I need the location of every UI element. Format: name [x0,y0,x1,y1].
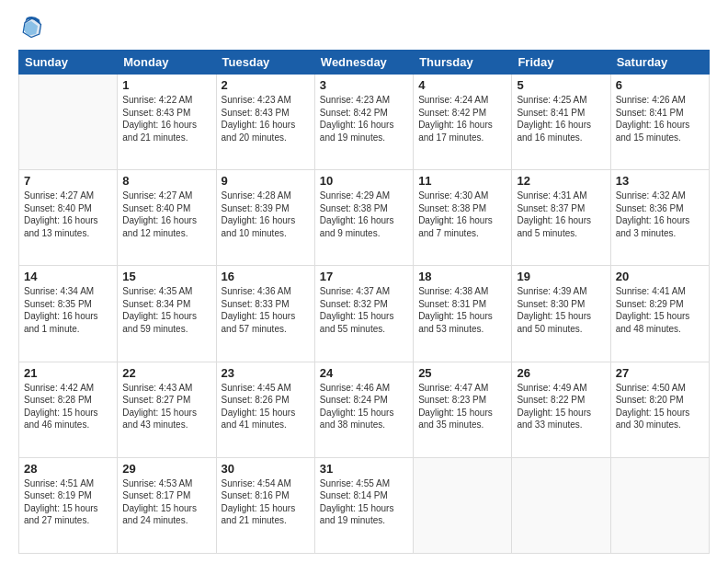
calendar-cell: 23Sunrise: 4:45 AM Sunset: 8:26 PM Dayli… [216,362,314,457]
day-info: Sunrise: 4:54 AM Sunset: 8:16 PM Dayligh… [222,477,310,527]
day-info: Sunrise: 4:27 AM Sunset: 8:40 PM Dayligh… [24,190,112,239]
day-info: Sunrise: 4:46 AM Sunset: 8:24 PM Dayligh… [320,382,408,431]
day-info: Sunrise: 4:34 AM Sunset: 8:35 PM Dayligh… [24,285,112,335]
day-info: Sunrise: 4:37 AM Sunset: 8:32 PM Dayligh… [320,285,408,335]
calendar-cell: 17Sunrise: 4:37 AM Sunset: 8:32 PM Dayli… [314,266,413,362]
calendar-cell: 31Sunrise: 4:55 AM Sunset: 8:14 PM Dayli… [314,457,413,553]
day-info: Sunrise: 4:23 AM Sunset: 8:43 PM Dayligh… [222,94,310,144]
day-info: Sunrise: 4:39 AM Sunset: 8:30 PM Dayligh… [517,285,605,335]
day-number: 2 [222,78,310,92]
logo-icon [18,15,44,40]
day-info: Sunrise: 4:30 AM Sunset: 8:38 PM Dayligh… [418,190,506,239]
calendar-cell: 14Sunrise: 4:34 AM Sunset: 8:35 PM Dayli… [19,266,118,362]
day-number: 10 [320,174,408,188]
calendar-cell: 29Sunrise: 4:53 AM Sunset: 8:17 PM Dayli… [118,457,216,553]
day-info: Sunrise: 4:47 AM Sunset: 8:23 PM Dayligh… [418,382,506,431]
day-number: 9 [222,174,310,188]
calendar-cell [19,75,118,170]
calendar-cell: 27Sunrise: 4:50 AM Sunset: 8:20 PM Dayli… [610,362,709,457]
day-info: Sunrise: 4:45 AM Sunset: 8:26 PM Dayligh… [222,382,310,431]
calendar-cell: 6Sunrise: 4:26 AM Sunset: 8:41 PM Daylig… [610,75,709,170]
calendar-cell: 7Sunrise: 4:27 AM Sunset: 8:40 PM Daylig… [19,170,118,266]
calendar-cell: 26Sunrise: 4:49 AM Sunset: 8:22 PM Dayli… [512,362,610,457]
calendar-header-friday: Friday [512,51,610,75]
day-number: 15 [122,270,210,283]
day-info: Sunrise: 4:22 AM Sunset: 8:43 PM Dayligh… [122,94,210,144]
day-number: 22 [122,366,210,380]
calendar-cell: 5Sunrise: 4:25 AM Sunset: 8:41 PM Daylig… [512,75,610,170]
day-number: 3 [320,78,408,92]
calendar-cell: 3Sunrise: 4:23 AM Sunset: 8:42 PM Daylig… [314,75,413,170]
day-number: 24 [320,366,408,380]
day-number: 28 [24,462,112,476]
day-info: Sunrise: 4:55 AM Sunset: 8:14 PM Dayligh… [320,477,408,527]
calendar-cell: 9Sunrise: 4:28 AM Sunset: 8:39 PM Daylig… [216,170,314,266]
calendar-cell: 4Sunrise: 4:24 AM Sunset: 8:42 PM Daylig… [414,75,512,170]
day-number: 30 [222,462,310,476]
calendar-header-saturday: Saturday [610,51,709,75]
day-number: 5 [517,78,605,92]
day-info: Sunrise: 4:25 AM Sunset: 8:41 PM Dayligh… [517,94,605,144]
calendar-cell: 8Sunrise: 4:27 AM Sunset: 8:40 PM Daylig… [118,170,216,266]
calendar-cell: 2Sunrise: 4:23 AM Sunset: 8:43 PM Daylig… [216,75,314,170]
calendar-cell: 24Sunrise: 4:46 AM Sunset: 8:24 PM Dayli… [314,362,413,457]
day-number: 26 [517,366,605,380]
calendar-cell: 25Sunrise: 4:47 AM Sunset: 8:23 PM Dayli… [414,362,512,457]
week-row-1: 7Sunrise: 4:27 AM Sunset: 8:40 PM Daylig… [19,170,710,266]
day-info: Sunrise: 4:36 AM Sunset: 8:33 PM Dayligh… [222,285,310,335]
calendar-cell: 19Sunrise: 4:39 AM Sunset: 8:30 PM Dayli… [512,266,610,362]
day-info: Sunrise: 4:35 AM Sunset: 8:34 PM Dayligh… [122,285,210,335]
day-number: 25 [418,366,506,380]
calendar-cell: 13Sunrise: 4:32 AM Sunset: 8:36 PM Dayli… [610,170,709,266]
calendar-cell [512,457,610,553]
day-number: 4 [418,78,506,92]
calendar-header-thursday: Thursday [414,51,512,75]
day-info: Sunrise: 4:24 AM Sunset: 8:42 PM Dayligh… [418,94,506,144]
day-info: Sunrise: 4:51 AM Sunset: 8:19 PM Dayligh… [24,477,112,527]
logo [18,15,48,40]
day-info: Sunrise: 4:50 AM Sunset: 8:20 PM Dayligh… [616,382,704,431]
calendar-cell: 28Sunrise: 4:51 AM Sunset: 8:19 PM Dayli… [19,457,118,553]
calendar-header-tuesday: Tuesday [216,51,314,75]
week-row-4: 28Sunrise: 4:51 AM Sunset: 8:19 PM Dayli… [19,457,710,553]
day-info: Sunrise: 4:41 AM Sunset: 8:29 PM Dayligh… [616,285,704,335]
calendar-cell: 20Sunrise: 4:41 AM Sunset: 8:29 PM Dayli… [610,266,709,362]
calendar-cell: 10Sunrise: 4:29 AM Sunset: 8:38 PM Dayli… [314,170,413,266]
day-number: 17 [320,270,408,283]
day-info: Sunrise: 4:53 AM Sunset: 8:17 PM Dayligh… [122,477,210,527]
day-info: Sunrise: 4:38 AM Sunset: 8:31 PM Dayligh… [418,285,506,335]
calendar-cell: 18Sunrise: 4:38 AM Sunset: 8:31 PM Dayli… [414,266,512,362]
calendar-table: SundayMondayTuesdayWednesdayThursdayFrid… [18,50,710,554]
page: SundayMondayTuesdayWednesdayThursdayFrid… [0,0,728,563]
calendar-header-wednesday: Wednesday [314,51,413,75]
calendar-cell: 30Sunrise: 4:54 AM Sunset: 8:16 PM Dayli… [216,457,314,553]
day-info: Sunrise: 4:49 AM Sunset: 8:22 PM Dayligh… [517,382,605,431]
day-number: 18 [418,270,506,283]
day-number: 13 [616,174,704,188]
calendar-header-sunday: Sunday [19,51,118,75]
day-info: Sunrise: 4:27 AM Sunset: 8:40 PM Dayligh… [122,190,210,239]
day-info: Sunrise: 4:28 AM Sunset: 8:39 PM Dayligh… [222,190,310,239]
day-number: 29 [122,462,210,476]
calendar-cell: 11Sunrise: 4:30 AM Sunset: 8:38 PM Dayli… [414,170,512,266]
header [18,15,710,40]
day-info: Sunrise: 4:31 AM Sunset: 8:37 PM Dayligh… [517,190,605,239]
calendar-cell: 16Sunrise: 4:36 AM Sunset: 8:33 PM Dayli… [216,266,314,362]
calendar-header-row: SundayMondayTuesdayWednesdayThursdayFrid… [19,51,710,75]
calendar-cell [414,457,512,553]
day-info: Sunrise: 4:42 AM Sunset: 8:28 PM Dayligh… [24,382,112,431]
day-info: Sunrise: 4:29 AM Sunset: 8:38 PM Dayligh… [320,190,408,239]
calendar-cell [610,457,709,553]
day-number: 6 [616,78,704,92]
day-info: Sunrise: 4:23 AM Sunset: 8:42 PM Dayligh… [320,94,408,144]
calendar-cell: 15Sunrise: 4:35 AM Sunset: 8:34 PM Dayli… [118,266,216,362]
day-info: Sunrise: 4:43 AM Sunset: 8:27 PM Dayligh… [122,382,210,431]
day-info: Sunrise: 4:32 AM Sunset: 8:36 PM Dayligh… [616,190,704,239]
day-number: 31 [320,462,408,476]
day-number: 20 [616,270,704,283]
calendar-cell: 21Sunrise: 4:42 AM Sunset: 8:28 PM Dayli… [19,362,118,457]
day-info: Sunrise: 4:26 AM Sunset: 8:41 PM Dayligh… [616,94,704,144]
day-number: 8 [122,174,210,188]
day-number: 12 [517,174,605,188]
calendar-cell: 12Sunrise: 4:31 AM Sunset: 8:37 PM Dayli… [512,170,610,266]
